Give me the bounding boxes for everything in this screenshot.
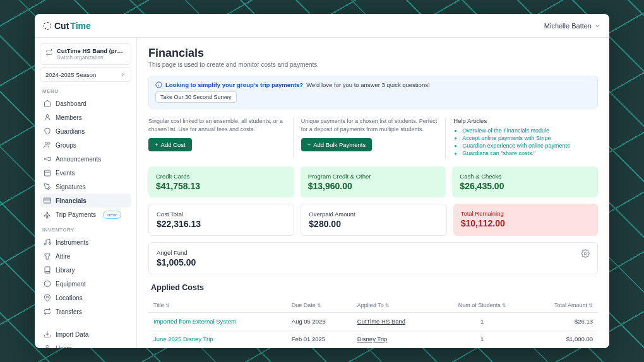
chevron-right-icon: [120, 72, 126, 78]
nav-label: Users: [56, 345, 72, 349]
shield-icon: [44, 127, 51, 135]
sort-icon: ⇅: [502, 303, 506, 308]
sidebar-item-trip-payments[interactable]: Trip Paymentsnew: [40, 207, 131, 222]
plane-icon: [44, 211, 51, 219]
org-switcher[interactable]: CutTime HS Band (pro... Switch organizat…: [40, 43, 131, 65]
help-link[interactable]: Guardians can "share costs.": [462, 150, 590, 156]
applied-costs-table: Title⇅ Due Date⇅ Applied To⇅ Num of Stud…: [148, 298, 598, 348]
page-title: Financials: [148, 47, 598, 60]
sidebar-item-members[interactable]: Members: [40, 110, 131, 124]
table-row: June 2025 Disney Trip Feb 01 2025 Disney…: [148, 330, 598, 348]
svg-point-15: [584, 252, 587, 255]
nav-label: Attire: [56, 253, 70, 260]
menu-label: MENU: [42, 88, 131, 94]
stat-cash-checks: Cash & Checks $26,435.00: [452, 166, 598, 197]
sort-icon: ⇅: [165, 303, 170, 308]
cost-due: Oct 12 2024: [287, 348, 352, 349]
sidebar-item-library[interactable]: Library: [40, 263, 131, 277]
org-name: CutTime HS Band (pro...: [57, 47, 126, 54]
season-label: 2024-2025 Season: [45, 71, 96, 78]
th-label: Title: [153, 302, 164, 308]
stat-value: $22,316.13: [157, 219, 286, 229]
box-icon: [44, 280, 51, 288]
cost-amount: $26.13: [525, 313, 598, 330]
add-bulk-button[interactable]: +Add Bulk Payments: [301, 138, 372, 151]
inventory-label: INVENTORY: [42, 227, 131, 233]
sidebar-item-guardians[interactable]: Guardians: [40, 124, 131, 138]
help-link[interactable]: Overview of the Financials module: [462, 127, 590, 134]
nav-label: Transfers: [56, 308, 82, 315]
add-cost-button[interactable]: +Add Cost: [148, 138, 192, 151]
svg-rect-5: [44, 198, 51, 203]
season-select[interactable]: 2024-2025 Season: [40, 67, 131, 82]
th-applied[interactable]: Applied To⇅: [352, 298, 439, 313]
sidebar-item-locations[interactable]: Locations: [40, 291, 131, 305]
page-sub: This page is used to create and monitor …: [148, 61, 598, 68]
sidebar-item-import[interactable]: Import Data: [40, 327, 131, 341]
sidebar-item-groups[interactable]: Groups: [40, 138, 131, 152]
th-title[interactable]: Title⇅: [148, 298, 287, 313]
nav-label: Locations: [56, 295, 83, 301]
stat-label: Total Remaining: [461, 210, 590, 217]
users-icon: [44, 344, 51, 348]
nav-label: Trip Payments: [56, 211, 96, 218]
sidebar-item-equipment[interactable]: Equipment: [40, 277, 131, 291]
svg-point-11: [46, 346, 49, 348]
notice-banner: Looking to simplify your group's trip pa…: [148, 76, 598, 108]
cost-due: Aug 05 2025: [287, 313, 352, 330]
table-row: T-Shirt Oct 12 2024 CutTime HS Band 4 $6…: [148, 348, 598, 349]
shirt-icon: [44, 252, 51, 260]
sidebar-item-dashboard[interactable]: Dashboard: [40, 96, 131, 110]
bulk-card: Unique payments for a chosen list of stu…: [293, 117, 446, 158]
sidebar-item-events[interactable]: Events: [40, 166, 131, 180]
stat-program-credit: Program Credit & Other $13,960.00: [301, 166, 446, 197]
badge-new: new: [103, 211, 121, 219]
nav-label: Guardians: [56, 128, 85, 135]
notice-bold: Looking to simplify your group's trip pa…: [165, 81, 303, 88]
th-amount[interactable]: Total Amount⇅: [525, 298, 598, 313]
cost-due: Feb 01 2025: [287, 330, 352, 348]
th-num[interactable]: Num of Students⇅: [439, 298, 525, 313]
stat-overpaid: Overpaid Amount $280.00: [301, 204, 446, 236]
user-menu[interactable]: Michelle Batten: [544, 22, 600, 30]
cost-title[interactable]: T-Shirt: [148, 348, 287, 349]
cost-title[interactable]: June 2025 Disney Trip: [148, 330, 287, 348]
th-label: Num of Students: [458, 302, 501, 308]
cost-num: 4: [439, 348, 525, 349]
upload-icon: [44, 330, 51, 338]
add-bulk-label: Add Bulk Payments: [313, 141, 366, 148]
cost-title[interactable]: Imported from External System: [148, 313, 287, 330]
table-row: Imported from External System Aug 05 202…: [148, 313, 598, 330]
sidebar-item-signatures[interactable]: Signatures: [40, 180, 131, 194]
stat-value: $26,435.00: [460, 181, 590, 191]
survey-button[interactable]: Take Our 30 Second Survey: [155, 91, 237, 103]
stat-row-1: Credit Cards $41,758.13 Program Credit &…: [148, 166, 598, 197]
stat-value: $1,005.00: [157, 257, 196, 267]
help-link[interactable]: Guardian experience with online payments: [462, 143, 590, 149]
sidebar-item-financials[interactable]: Financials: [40, 194, 131, 207]
sidebar-item-announcements[interactable]: Announcements: [40, 152, 131, 166]
stat-label: Cost Total: [157, 211, 286, 218]
user-icon: [44, 114, 51, 121]
th-due[interactable]: Due Date⇅: [287, 298, 352, 313]
sidebar-item-attire[interactable]: Attire: [40, 249, 131, 263]
chevron-down-icon: [594, 23, 600, 29]
user-name: Michelle Batten: [544, 22, 592, 30]
applied-link[interactable]: Disney Trip: [357, 336, 388, 342]
nav-label: Groups: [56, 142, 76, 149]
gear-icon[interactable]: [581, 249, 590, 258]
sort-icon: ⇅: [385, 303, 390, 308]
th-label: Total Amount: [554, 302, 587, 308]
help-link[interactable]: Accept online payments with Stripe: [462, 135, 590, 141]
applied-link[interactable]: CutTime HS Band: [357, 318, 405, 325]
logo-icon: [44, 22, 51, 30]
stat-value: $13,960.00: [308, 181, 439, 191]
sidebar-item-instruments[interactable]: Instruments: [40, 235, 131, 249]
cost-applied: CutTime HS Band: [352, 348, 439, 349]
music-icon: [44, 238, 51, 246]
sidebar-item-transfers[interactable]: Transfers: [40, 305, 131, 318]
megaphone-icon: [44, 155, 51, 163]
logo[interactable]: CutTime: [44, 21, 91, 31]
sidebar-item-users[interactable]: Users: [40, 341, 131, 348]
svg-point-0: [46, 115, 49, 117]
